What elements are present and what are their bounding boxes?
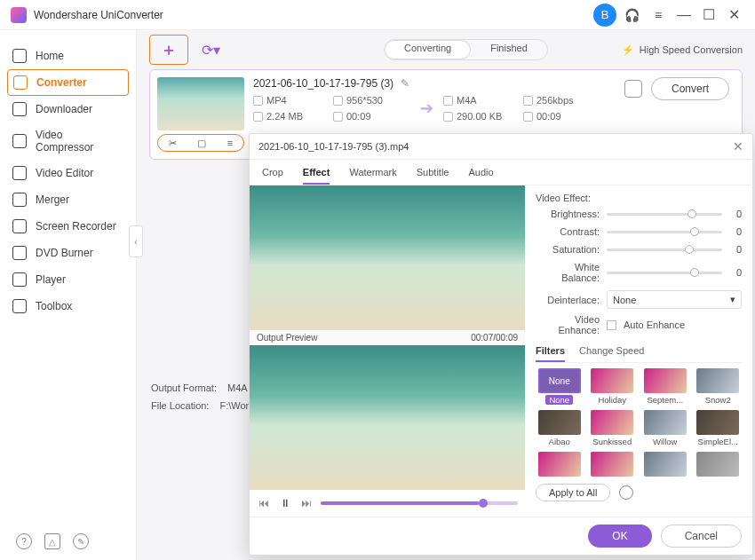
- seek-slider[interactable]: [321, 501, 518, 505]
- format-icon: [443, 96, 453, 106]
- deinterlace-label: Deinterlace:: [536, 295, 600, 305]
- filter-item[interactable]: [641, 452, 689, 477]
- brightness-value: 0: [729, 209, 742, 219]
- white-balance-value: 0: [729, 267, 742, 278]
- bell-icon[interactable]: △: [44, 533, 60, 549]
- filter-item[interactable]: [589, 452, 637, 477]
- bitrate-icon: [523, 96, 533, 106]
- close-button[interactable]: ✕: [723, 4, 744, 26]
- downloader-icon: [12, 102, 27, 116]
- rename-icon[interactable]: ✎: [401, 77, 409, 90]
- sidebar-item-merger[interactable]: Merger: [0, 186, 136, 213]
- tab-crop[interactable]: Crop: [262, 163, 283, 185]
- filter-item[interactable]: Snow2: [695, 368, 743, 405]
- contrast-value: 0: [729, 226, 742, 237]
- filter-label: Snow2: [705, 395, 731, 405]
- contrast-slider[interactable]: [607, 231, 722, 233]
- tab-finished[interactable]: Finished: [471, 40, 547, 59]
- duration-icon: [523, 112, 533, 122]
- sidebar-item-player[interactable]: Player: [0, 266, 136, 293]
- minimize-button[interactable]: ―: [673, 4, 695, 26]
- sidebar-item-converter[interactable]: Converter: [7, 69, 129, 96]
- preview-time: 00:07/00:09: [471, 333, 518, 343]
- tab-watermark[interactable]: Watermark: [349, 163, 396, 185]
- effect-icon[interactable]: ≡: [227, 138, 233, 148]
- filter-item[interactable]: Sunkissed: [589, 410, 637, 446]
- filter-item[interactable]: Holiday: [589, 368, 637, 405]
- sidebar-item-home[interactable]: Home: [0, 43, 136, 69]
- high-speed-toggle[interactable]: ⚡ High Speed Conversion: [622, 44, 743, 56]
- trim-icon[interactable]: ✂: [169, 138, 177, 149]
- tab-subtitle[interactable]: Subtitle: [417, 163, 449, 185]
- video-enhance-label: Video Enhance:: [536, 314, 600, 335]
- convert-button[interactable]: Convert: [651, 77, 729, 100]
- help-icon[interactable]: ?: [16, 533, 32, 549]
- filter-item[interactable]: Willow: [641, 410, 689, 446]
- pause-button[interactable]: ⏸: [278, 497, 292, 509]
- maximize-button[interactable]: ☐: [698, 4, 719, 26]
- original-preview: [250, 185, 525, 330]
- video-thumbnail[interactable]: [157, 77, 244, 130]
- tab-effect[interactable]: Effect: [303, 163, 330, 185]
- output-settings-icon[interactable]: [624, 80, 642, 98]
- add-file-button[interactable]: ＋: [149, 35, 188, 65]
- sidebar-item-label: Downloader: [36, 103, 92, 115]
- add-dropdown[interactable]: ⟳▾: [197, 36, 224, 63]
- filter-item[interactable]: SimpleEl...: [695, 410, 743, 446]
- file-title: 2021-06-10_10-17-19-795 (3): [253, 77, 393, 90]
- filter-thumbnail: [591, 452, 633, 477]
- filter-thumbnail: [591, 410, 633, 435]
- prev-frame-button[interactable]: ⏮: [257, 497, 271, 509]
- feedback-icon[interactable]: ✎: [73, 533, 89, 549]
- sidebar: HomeConverterDownloaderVideo CompressorV…: [0, 30, 137, 560]
- subtab-change-speed[interactable]: Change Speed: [579, 343, 644, 362]
- recorder-icon: [12, 219, 27, 233]
- sidebar-item-dvd-burner[interactable]: DVD Burner: [0, 240, 136, 266]
- sidebar-collapse-handle[interactable]: ‹: [129, 225, 143, 257]
- sidebar-item-label: DVD Burner: [36, 247, 93, 259]
- filter-item[interactable]: Septem...: [641, 368, 689, 405]
- brightness-slider[interactable]: [607, 213, 722, 216]
- tab-audio[interactable]: Audio: [468, 163, 493, 185]
- saturation-value: 0: [729, 244, 742, 255]
- merger-icon: [12, 193, 27, 207]
- effect-dialog: 2021-06-10_10-17-19-795 (3).mp4 ✕ CropEf…: [249, 133, 753, 556]
- filter-thumbnail: [696, 452, 739, 477]
- sidebar-item-downloader[interactable]: Downloader: [0, 96, 136, 122]
- auto-enhance-checkbox[interactable]: [607, 320, 616, 330]
- ok-button[interactable]: OK: [588, 525, 651, 548]
- saturation-slider[interactable]: [607, 248, 722, 251]
- output-format-label: Output Format:: [151, 383, 217, 393]
- dst-size: 290.00 KB: [457, 111, 502, 122]
- filter-thumbnail: [696, 410, 739, 435]
- filter-item[interactable]: [536, 452, 584, 477]
- sidebar-item-screen-recorder[interactable]: Screen Recorder: [0, 213, 136, 240]
- dialog-close-icon[interactable]: ✕: [733, 139, 743, 154]
- app-title: Wondershare UniConverter: [34, 9, 163, 21]
- sidebar-item-video-editor[interactable]: Video Editor: [0, 160, 136, 186]
- deinterlace-select[interactable]: None▾: [607, 290, 742, 309]
- filter-thumbnail: None: [538, 368, 581, 393]
- filter-thumbnail: [644, 452, 687, 477]
- menu-icon[interactable]: ≡: [647, 4, 670, 27]
- app-logo: [11, 7, 27, 23]
- crop-icon[interactable]: ▢: [197, 138, 206, 149]
- subtab-filters[interactable]: Filters: [536, 343, 565, 362]
- sidebar-item-video-compressor[interactable]: Video Compressor: [0, 122, 136, 160]
- reset-icon[interactable]: [619, 485, 633, 500]
- headset-icon[interactable]: 🎧: [620, 4, 643, 27]
- next-frame-button[interactable]: ⏭: [299, 497, 314, 509]
- tab-converting[interactable]: Converting: [385, 40, 471, 59]
- sidebar-item-label: Video Editor: [36, 167, 93, 179]
- filter-item[interactable]: [695, 452, 743, 477]
- filter-item[interactable]: NoneNone: [536, 368, 584, 405]
- sidebar-item-toolbox[interactable]: Toolbox: [0, 293, 136, 319]
- filter-item[interactable]: Aibao: [536, 410, 584, 446]
- filter-label: Holiday: [598, 395, 626, 405]
- cancel-button[interactable]: Cancel: [661, 525, 742, 548]
- apply-to-all-button[interactable]: Apply to All: [536, 484, 610, 501]
- filter-thumbnail: [591, 368, 633, 393]
- white-balance-slider[interactable]: [607, 272, 722, 274]
- duration-icon: [333, 112, 343, 122]
- user-avatar[interactable]: B: [593, 4, 616, 27]
